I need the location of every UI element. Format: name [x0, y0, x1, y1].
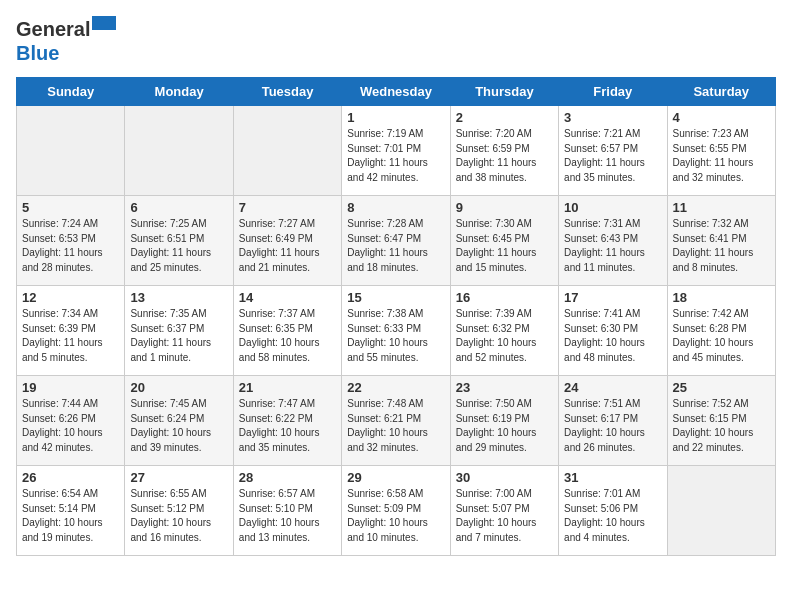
- calendar-cell: 18Sunrise: 7:42 AM Sunset: 6:28 PM Dayli…: [667, 286, 775, 376]
- calendar-cell: 24Sunrise: 7:51 AM Sunset: 6:17 PM Dayli…: [559, 376, 667, 466]
- calendar-cell: 5Sunrise: 7:24 AM Sunset: 6:53 PM Daylig…: [17, 196, 125, 286]
- day-content: Sunrise: 7:47 AM Sunset: 6:22 PM Dayligh…: [239, 397, 336, 455]
- day-number: 1: [347, 110, 444, 125]
- day-number: 3: [564, 110, 661, 125]
- calendar-cell: 15Sunrise: 7:38 AM Sunset: 6:33 PM Dayli…: [342, 286, 450, 376]
- column-header-tuesday: Tuesday: [233, 78, 341, 106]
- day-number: 9: [456, 200, 553, 215]
- day-number: 4: [673, 110, 770, 125]
- calendar-header-row: SundayMondayTuesdayWednesdayThursdayFrid…: [17, 78, 776, 106]
- column-header-wednesday: Wednesday: [342, 78, 450, 106]
- day-number: 8: [347, 200, 444, 215]
- calendar-cell: 28Sunrise: 6:57 AM Sunset: 5:10 PM Dayli…: [233, 466, 341, 556]
- day-content: Sunrise: 7:41 AM Sunset: 6:30 PM Dayligh…: [564, 307, 661, 365]
- day-content: Sunrise: 7:25 AM Sunset: 6:51 PM Dayligh…: [130, 217, 227, 275]
- calendar-cell: 22Sunrise: 7:48 AM Sunset: 6:21 PM Dayli…: [342, 376, 450, 466]
- day-number: 11: [673, 200, 770, 215]
- day-number: 18: [673, 290, 770, 305]
- day-number: 16: [456, 290, 553, 305]
- calendar-cell: 30Sunrise: 7:00 AM Sunset: 5:07 PM Dayli…: [450, 466, 558, 556]
- day-content: Sunrise: 7:39 AM Sunset: 6:32 PM Dayligh…: [456, 307, 553, 365]
- day-number: 7: [239, 200, 336, 215]
- calendar-week-row: 5Sunrise: 7:24 AM Sunset: 6:53 PM Daylig…: [17, 196, 776, 286]
- logo-flag-icon: [92, 16, 116, 36]
- day-content: Sunrise: 7:28 AM Sunset: 6:47 PM Dayligh…: [347, 217, 444, 275]
- calendar-cell: [17, 106, 125, 196]
- day-content: Sunrise: 7:31 AM Sunset: 6:43 PM Dayligh…: [564, 217, 661, 275]
- day-number: 6: [130, 200, 227, 215]
- calendar-cell: 11Sunrise: 7:32 AM Sunset: 6:41 PM Dayli…: [667, 196, 775, 286]
- calendar-cell: 14Sunrise: 7:37 AM Sunset: 6:35 PM Dayli…: [233, 286, 341, 376]
- logo-blue-text: Blue: [16, 41, 116, 65]
- calendar-cell: 17Sunrise: 7:41 AM Sunset: 6:30 PM Dayli…: [559, 286, 667, 376]
- day-content: Sunrise: 7:38 AM Sunset: 6:33 PM Dayligh…: [347, 307, 444, 365]
- day-number: 13: [130, 290, 227, 305]
- calendar-cell: 3Sunrise: 7:21 AM Sunset: 6:57 PM Daylig…: [559, 106, 667, 196]
- logo-text: General: [16, 16, 116, 41]
- calendar-week-row: 19Sunrise: 7:44 AM Sunset: 6:26 PM Dayli…: [17, 376, 776, 466]
- calendar-cell: 25Sunrise: 7:52 AM Sunset: 6:15 PM Dayli…: [667, 376, 775, 466]
- day-content: Sunrise: 7:01 AM Sunset: 5:06 PM Dayligh…: [564, 487, 661, 545]
- day-content: Sunrise: 7:30 AM Sunset: 6:45 PM Dayligh…: [456, 217, 553, 275]
- day-number: 17: [564, 290, 661, 305]
- calendar-cell: 1Sunrise: 7:19 AM Sunset: 7:01 PM Daylig…: [342, 106, 450, 196]
- day-content: Sunrise: 7:21 AM Sunset: 6:57 PM Dayligh…: [564, 127, 661, 185]
- calendar-week-row: 1Sunrise: 7:19 AM Sunset: 7:01 PM Daylig…: [17, 106, 776, 196]
- day-number: 23: [456, 380, 553, 395]
- calendar-cell: 31Sunrise: 7:01 AM Sunset: 5:06 PM Dayli…: [559, 466, 667, 556]
- calendar-cell: 27Sunrise: 6:55 AM Sunset: 5:12 PM Dayli…: [125, 466, 233, 556]
- day-content: Sunrise: 6:57 AM Sunset: 5:10 PM Dayligh…: [239, 487, 336, 545]
- day-number: 28: [239, 470, 336, 485]
- column-header-sunday: Sunday: [17, 78, 125, 106]
- column-header-saturday: Saturday: [667, 78, 775, 106]
- day-content: Sunrise: 7:00 AM Sunset: 5:07 PM Dayligh…: [456, 487, 553, 545]
- calendar-cell: 7Sunrise: 7:27 AM Sunset: 6:49 PM Daylig…: [233, 196, 341, 286]
- day-content: Sunrise: 7:42 AM Sunset: 6:28 PM Dayligh…: [673, 307, 770, 365]
- calendar-cell: [233, 106, 341, 196]
- day-content: Sunrise: 7:52 AM Sunset: 6:15 PM Dayligh…: [673, 397, 770, 455]
- day-content: Sunrise: 7:50 AM Sunset: 6:19 PM Dayligh…: [456, 397, 553, 455]
- day-content: Sunrise: 6:55 AM Sunset: 5:12 PM Dayligh…: [130, 487, 227, 545]
- calendar-cell: 29Sunrise: 6:58 AM Sunset: 5:09 PM Dayli…: [342, 466, 450, 556]
- day-content: Sunrise: 7:19 AM Sunset: 7:01 PM Dayligh…: [347, 127, 444, 185]
- day-content: Sunrise: 6:58 AM Sunset: 5:09 PM Dayligh…: [347, 487, 444, 545]
- calendar-cell: 16Sunrise: 7:39 AM Sunset: 6:32 PM Dayli…: [450, 286, 558, 376]
- day-number: 30: [456, 470, 553, 485]
- day-number: 14: [239, 290, 336, 305]
- day-content: Sunrise: 7:51 AM Sunset: 6:17 PM Dayligh…: [564, 397, 661, 455]
- calendar-week-row: 12Sunrise: 7:34 AM Sunset: 6:39 PM Dayli…: [17, 286, 776, 376]
- calendar-table: SundayMondayTuesdayWednesdayThursdayFrid…: [16, 77, 776, 556]
- calendar-cell: 6Sunrise: 7:25 AM Sunset: 6:51 PM Daylig…: [125, 196, 233, 286]
- calendar-cell: [667, 466, 775, 556]
- day-content: Sunrise: 7:35 AM Sunset: 6:37 PM Dayligh…: [130, 307, 227, 365]
- day-content: Sunrise: 7:23 AM Sunset: 6:55 PM Dayligh…: [673, 127, 770, 185]
- day-content: Sunrise: 7:20 AM Sunset: 6:59 PM Dayligh…: [456, 127, 553, 185]
- day-number: 15: [347, 290, 444, 305]
- day-number: 22: [347, 380, 444, 395]
- calendar-cell: 2Sunrise: 7:20 AM Sunset: 6:59 PM Daylig…: [450, 106, 558, 196]
- day-number: 27: [130, 470, 227, 485]
- calendar-cell: 21Sunrise: 7:47 AM Sunset: 6:22 PM Dayli…: [233, 376, 341, 466]
- day-number: 10: [564, 200, 661, 215]
- column-header-monday: Monday: [125, 78, 233, 106]
- day-content: Sunrise: 7:45 AM Sunset: 6:24 PM Dayligh…: [130, 397, 227, 455]
- calendar-cell: 13Sunrise: 7:35 AM Sunset: 6:37 PM Dayli…: [125, 286, 233, 376]
- calendar-cell: 9Sunrise: 7:30 AM Sunset: 6:45 PM Daylig…: [450, 196, 558, 286]
- day-number: 21: [239, 380, 336, 395]
- calendar-cell: 8Sunrise: 7:28 AM Sunset: 6:47 PM Daylig…: [342, 196, 450, 286]
- day-content: Sunrise: 7:27 AM Sunset: 6:49 PM Dayligh…: [239, 217, 336, 275]
- day-content: Sunrise: 7:37 AM Sunset: 6:35 PM Dayligh…: [239, 307, 336, 365]
- day-number: 31: [564, 470, 661, 485]
- day-number: 25: [673, 380, 770, 395]
- day-number: 5: [22, 200, 119, 215]
- day-content: Sunrise: 7:24 AM Sunset: 6:53 PM Dayligh…: [22, 217, 119, 275]
- calendar-cell: 10Sunrise: 7:31 AM Sunset: 6:43 PM Dayli…: [559, 196, 667, 286]
- day-content: Sunrise: 7:32 AM Sunset: 6:41 PM Dayligh…: [673, 217, 770, 275]
- day-number: 19: [22, 380, 119, 395]
- calendar-cell: 20Sunrise: 7:45 AM Sunset: 6:24 PM Dayli…: [125, 376, 233, 466]
- calendar-cell: 19Sunrise: 7:44 AM Sunset: 6:26 PM Dayli…: [17, 376, 125, 466]
- calendar-week-row: 26Sunrise: 6:54 AM Sunset: 5:14 PM Dayli…: [17, 466, 776, 556]
- day-content: Sunrise: 6:54 AM Sunset: 5:14 PM Dayligh…: [22, 487, 119, 545]
- day-number: 2: [456, 110, 553, 125]
- day-number: 20: [130, 380, 227, 395]
